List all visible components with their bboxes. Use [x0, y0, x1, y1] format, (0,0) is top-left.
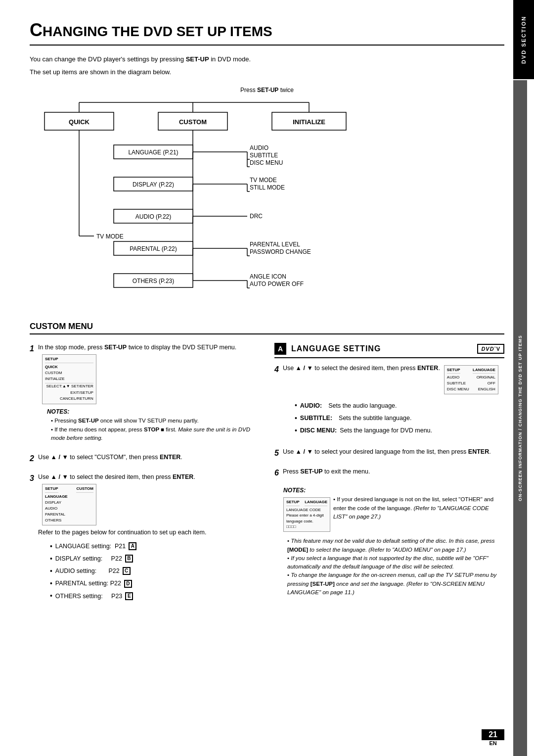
step-3-content: Use ▲ / ▼ to select the desired item, th… [38, 472, 207, 606]
intro-line1: You can change the DVD player's settings… [30, 54, 504, 64]
step-4-content: Use ▲ / ▼ to select the desired item, th… [283, 363, 498, 440]
step-4-number: 4 [274, 363, 279, 376]
intro-line2: The set up items are shown in the diagra… [30, 67, 504, 77]
svg-text:DRC: DRC [250, 213, 263, 220]
language-setting-header: A LANGUAGE SETTING DVD-V [274, 342, 504, 358]
language-notes: NOTES: SETUP LANGUAGE LANGUAGE CODE Plea… [283, 486, 504, 597]
note-2: If the menu does not appear, press STOP … [51, 425, 260, 443]
bullet-others: OTHERS setting: P23 E [50, 590, 207, 602]
badge-e: E [125, 592, 133, 600]
disc-menu-bullet: DISC MENU: Sets the language for DVD men… [295, 425, 498, 437]
svg-text:CUSTOM: CUSTOM [179, 118, 207, 126]
language-note-4: To change the language for the on-screen… [287, 571, 504, 597]
note-1: Pressing SET-UP once will show TV SETUP … [51, 417, 260, 425]
step-6-number: 6 [274, 467, 279, 479]
step-5-content: Use ▲ / ▼ to select your desired languag… [283, 447, 491, 457]
step-6: 6 Press SET-UP to exit the menu. [274, 467, 504, 479]
svg-text:AUDIO: AUDIO [250, 144, 268, 151]
chapter-title: CHANGING THE DVD SET UP ITEMS [30, 20, 504, 46]
screen-custom-mockup: SETUP CUSTOM LANGUAGE DISPLAY AUDIO PARE… [42, 484, 96, 525]
step-1-content: In the stop mode, press SET-UP twice to … [38, 342, 260, 445]
svg-text:STILL MODE: STILL MODE [250, 184, 285, 191]
svg-text:AUTO POWER OFF: AUTO POWER OFF [250, 281, 304, 287]
badge-large-a: A [274, 343, 286, 355]
language-setting-title: LANGUAGE SETTING [291, 342, 381, 355]
bullet-list: LANGUAGE setting: P21 A DISPLAY setting:… [50, 540, 207, 603]
bullet-display: DISPLAY setting: P22 B [50, 553, 207, 565]
svg-text:DISC MENU: DISC MENU [250, 159, 283, 166]
diagram-container: Press SET-UP twice QUICK CUSTOM INITIALI… [30, 87, 504, 307]
right-column: A LANGUAGE SETTING DVD-V 4 [274, 342, 504, 600]
step-2: 2 Use ▲ / ▼ to select "CUSTOM", then pre… [30, 452, 260, 465]
right-sidebar: DVD SECTION ON-SCREEN INFORMATION / CHAN… [513, 0, 534, 756]
step-3: 3 Use ▲ / ▼ to select the desired item, … [30, 472, 260, 606]
step-5-number: 5 [274, 447, 279, 460]
svg-text:AUDIO (P.22): AUDIO (P.22) [135, 213, 171, 220]
badge-c: C [123, 567, 131, 575]
custom-menu-section: CUSTOM MENU 1 In the stop mode, press SE… [30, 322, 504, 612]
custom-menu-heading: CUSTOM MENU [30, 322, 504, 334]
page-en: EN [482, 740, 504, 746]
dvd-v-badge: DVD-V [477, 344, 504, 354]
language-note-2: This feature may not be valid due to def… [287, 537, 504, 554]
svg-text:OTHERS (P.23): OTHERS (P.23) [133, 278, 174, 284]
bullet-parental: PARENTAL setting: P22 D [50, 577, 207, 590]
language-note-1: SETUP LANGUAGE LANGUAGE CODE Please ente… [283, 495, 504, 534]
chapter-rest: HANGING THE DVD SET UP ITEMS [43, 24, 272, 39]
svg-text:ANGLE ICON: ANGLE ICON [250, 273, 286, 280]
subtitle-bullet: SUBTITLE: Sets the subtitle language. [295, 412, 498, 425]
step-1-number: 1 [30, 342, 34, 355]
step-2-content: Use ▲ / ▼ to select "CUSTOM", then press… [38, 452, 182, 462]
left-column: 1 In the stop mode, press SET-UP twice t… [30, 342, 260, 612]
language-note-3: If you select a language that is not sup… [287, 554, 504, 571]
screen-setup-mockup: SETUP QUICK CUSTOM INITIALIZE SELECT:▲▼ … [42, 354, 96, 404]
diagram-svg: QUICK CUSTOM INITIALIZE TV MODE LANGUAGE… [30, 97, 475, 305]
svg-text:INITIALIZE: INITIALIZE [293, 118, 325, 126]
svg-text:DISPLAY (P.22): DISPLAY (P.22) [133, 181, 174, 188]
badge-a: A [129, 542, 136, 550]
audio-bullet: AUDIO: Sets the audio language. [295, 399, 498, 412]
page-number-area: 21 EN [482, 729, 504, 746]
step-1: 1 In the stop mode, press SET-UP twice t… [30, 342, 260, 445]
step-1-notes: NOTES: Pressing SET-UP once will show TV… [47, 407, 260, 442]
svg-text:PARENTAL (P.22): PARENTAL (P.22) [130, 245, 177, 252]
svg-text:TV MODE: TV MODE [250, 177, 277, 184]
page-container: DVD SECTION ON-SCREEN INFORMATION / CHAN… [0, 0, 534, 756]
screen-language-mockup: SETUP LANGUAGE AUDIOORIGINAL SUBTITLEOFF… [444, 365, 498, 395]
notes-title: NOTES: [283, 486, 504, 495]
svg-text:TV MODE: TV MODE [96, 233, 124, 240]
press-setup-label: Press SET-UP twice [30, 87, 504, 94]
dvd-section-label: DVD SECTION [513, 0, 534, 79]
two-col-layout: 1 In the stop mode, press SET-UP twice t… [30, 342, 504, 612]
language-bullets: AUDIO: Sets the audio language. SUBTITLE… [295, 399, 498, 437]
page-number: 21 [482, 729, 504, 740]
badge-d: D [124, 580, 132, 588]
dvd-full-label: ON-SCREEN INFORMATION / CHANGING THE DVD… [513, 80, 527, 756]
step-6-content: Press SET-UP to exit the menu. [283, 467, 370, 476]
step-2-number: 2 [30, 452, 34, 465]
step-3-number: 3 [30, 472, 34, 485]
step-4: 4 Use ▲ / ▼ to select the desired item, … [274, 363, 504, 440]
svg-text:PASSWORD CHANGE: PASSWORD CHANGE [250, 248, 311, 255]
svg-text:QUICK: QUICK [69, 118, 90, 126]
step-5: 5 Use ▲ / ▼ to select your desired langu… [274, 447, 504, 460]
screen-note-mockup: SETUP LANGUAGE LANGUAGE CODE Please ente… [283, 497, 330, 532]
svg-text:SUBTITLE: SUBTITLE [250, 152, 278, 159]
bullet-audio: AUDIO setting: P22 C [50, 565, 207, 577]
badge-b: B [125, 555, 133, 563]
chapter-c: C [30, 20, 43, 40]
bullet-language: LANGUAGE setting: P21 A [50, 540, 207, 553]
svg-text:PARENTAL LEVEL: PARENTAL LEVEL [250, 241, 300, 248]
svg-text:LANGUAGE (P.21): LANGUAGE (P.21) [128, 149, 178, 156]
